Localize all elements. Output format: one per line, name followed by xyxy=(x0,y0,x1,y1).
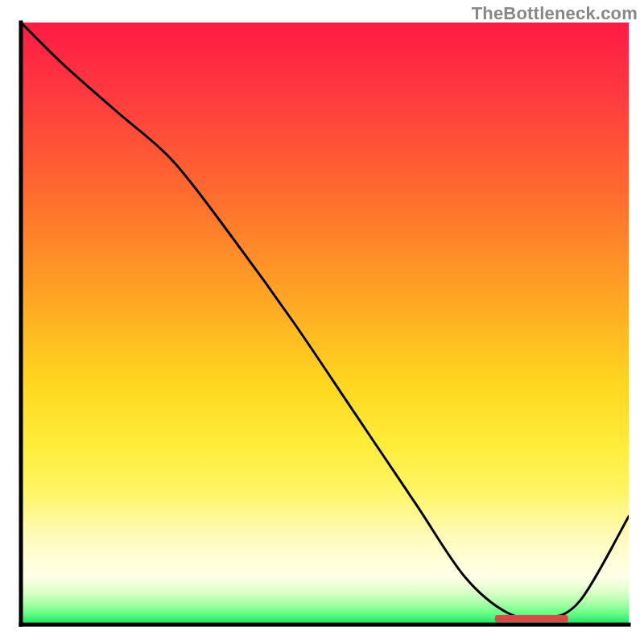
chart-container: TheBottleneck.com xyxy=(0,0,644,644)
plot-area xyxy=(21,23,629,625)
watermark-text: TheBottleneck.com xyxy=(472,3,638,24)
